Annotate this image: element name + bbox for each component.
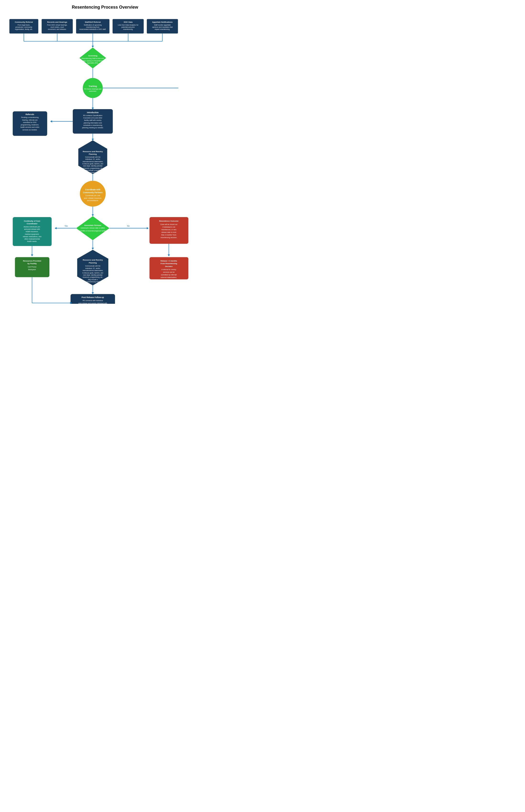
svg-text:Individual's release date is w: Individual's release date is within bbox=[81, 227, 105, 229]
svg-marker-149 bbox=[92, 292, 94, 294]
svg-marker-58 bbox=[50, 120, 52, 122]
svg-text:From Resentencing: From Resentencing bbox=[161, 262, 177, 265]
svg-text:Tracking: Tracking bbox=[89, 85, 97, 87]
svg-text:Coordinate pre- and: Coordinate pre- and bbox=[86, 194, 100, 197]
svg-text:by Facility: by Facility bbox=[27, 262, 37, 265]
svg-text:Planning: Planning bbox=[89, 153, 97, 155]
svg-text:hearing, referrals are: hearing, referrals are bbox=[22, 119, 38, 121]
svg-text:court orders, court: court orders, court bbox=[50, 26, 64, 28]
svg-text:A referral for reentry: A referral for reentry bbox=[161, 269, 176, 271]
svg-text:health insurance,: health insurance, bbox=[26, 231, 39, 232]
svg-text:post- release resources: post- release resources bbox=[84, 197, 102, 199]
svg-marker-101 bbox=[92, 248, 94, 250]
svg-text:internal/external stakeholders: internal/external stakeholders bbox=[82, 270, 103, 271]
svg-text:Pending a resentencing: Pending a resentencing bbox=[21, 117, 39, 118]
svg-text:if individual is not: if individual is not bbox=[163, 226, 175, 228]
svg-text:planning meeting as needed.: planning meeting as needed. bbox=[82, 127, 104, 129]
svg-marker-113 bbox=[31, 255, 33, 256]
svg-text:Resentence Outcome: Resentence Outcome bbox=[159, 220, 179, 222]
svg-text:facility staff with reentry: facility staff with reentry bbox=[84, 119, 102, 121]
svg-text:Resource and Reentry: Resource and Reentry bbox=[83, 150, 103, 153]
svg-text:Specialist (RS).: Specialist (RS). bbox=[87, 62, 99, 64]
svg-text:Resource and Reentry: Resource and Reentry bbox=[83, 259, 103, 261]
svg-text:DOC Data: DOC Data bbox=[124, 21, 133, 23]
svg-marker-98 bbox=[147, 227, 148, 229]
svg-text:Release > 3 months: Release > 3 months bbox=[161, 260, 177, 262]
svg-text:health needs.: health needs. bbox=[27, 241, 37, 242]
svg-text:services as needed.: services as needed. bbox=[22, 129, 37, 131]
svg-text:submitted by internal/: submitted by internal/ bbox=[161, 274, 177, 276]
page-title: Resentencing Process Overview bbox=[7, 5, 203, 10]
svg-text:Screening: Screening bbox=[88, 55, 97, 57]
svg-text:planning information and: planning information and bbox=[84, 122, 102, 124]
svg-text:than 3 months* from: than 3 months* from bbox=[161, 234, 176, 236]
svg-text:resources, programming, etc.: resources, programming, etc. bbox=[82, 168, 103, 169]
svg-text:Decision: Decision bbox=[165, 265, 172, 267]
svg-text:Backpack: Backpack bbox=[28, 269, 36, 271]
svg-text:resentencing from: resentencing from bbox=[86, 26, 100, 28]
svg-text:Cell Phone: Cell Phone bbox=[28, 266, 36, 268]
svg-text:3 months of resentencing/court: 3 months of resentencing/court action. bbox=[79, 230, 107, 232]
svg-text:RS contacts Classification: RS contacts Classification bbox=[83, 115, 102, 116]
svg-text:outcomes.: outcomes. bbox=[89, 90, 97, 92]
svg-text:resentenced, or new: resentenced, or new bbox=[161, 229, 177, 231]
svg-text:Appellate Notifications: Appellate Notifications bbox=[152, 21, 173, 23]
svg-text:programming, treatment,: programming, treatment, bbox=[21, 124, 39, 126]
svg-text:individual, CC, and/or: individual, CC, and/or bbox=[86, 158, 101, 160]
svg-marker-60 bbox=[92, 139, 94, 141]
svg-text:Resources Provided: Resources Provided bbox=[23, 260, 41, 262]
svg-text:next steps. Identify potential: next steps. Identify potential bbox=[83, 165, 102, 167]
svg-text:impact resentencing.: impact resentencing. bbox=[155, 28, 170, 30]
svg-marker-34 bbox=[92, 46, 94, 47]
svg-text:Post Release Follow-up: Post Release Follow-up bbox=[81, 296, 104, 299]
svg-text:to discuss goals, barriers, an: to discuss goals, barriers, and bbox=[82, 272, 103, 274]
svg-text:Community Referral: Community Referral bbox=[15, 21, 33, 23]
svg-text:release date is more: release date is more bbox=[161, 231, 176, 233]
svg-text:submitted for DOC: submitted for DOC bbox=[23, 121, 37, 123]
svg-text:Communicate with the: Communicate with the bbox=[85, 265, 101, 267]
svg-text:other medical/mental: other medical/mental bbox=[24, 238, 40, 240]
svg-text:Referrals: Referrals bbox=[26, 113, 34, 116]
svg-text:resources, programming, etc.: resources, programming, etc. bbox=[82, 276, 103, 278]
svg-text:Immediate Release: Immediate Release bbox=[84, 224, 102, 227]
svg-text:and post-release with: and post-release with bbox=[24, 228, 40, 230]
svg-text:Coordinate with: Coordinate with bbox=[85, 188, 100, 191]
svg-text:opinions and mandates that: opinions and mandates that bbox=[152, 26, 173, 28]
svg-text:and assistance.: and assistance. bbox=[87, 200, 99, 201]
svg-text:May include a: May include a bbox=[88, 279, 98, 280]
svg-text:pre-resentencing.: pre-resentencing. bbox=[86, 172, 99, 174]
svg-text:to discuss goals, barriers, an: to discuss goals, barriers, and bbox=[82, 163, 103, 165]
svg-text:assign case(s) to Resentencing: assign case(s) to Resentencing bbox=[81, 60, 104, 62]
svg-text:potential and prior: potential and prior bbox=[121, 26, 135, 28]
svg-text:post-release and assists indiv: post-release and assists individual with bbox=[78, 302, 107, 304]
svg-text:next steps. Identify potential: next steps. Identify potential bbox=[83, 274, 102, 276]
svg-marker-95 bbox=[55, 227, 56, 229]
svg-text:Records and Hearings: Records and Hearings bbox=[47, 21, 68, 23]
svg-text:Introduction: Introduction bbox=[87, 111, 99, 114]
svg-text:schedules a resentencing: schedules a resentencing bbox=[83, 125, 102, 126]
svg-text:individual, CC, and/or: individual, CC, and/or bbox=[86, 267, 101, 269]
svg-text:Community Partners: Community Partners bbox=[83, 191, 103, 194]
svg-marker-89 bbox=[92, 215, 94, 216]
svg-text:internal/external stakeholders: internal/external stakeholders bbox=[82, 161, 103, 162]
svg-text:No: No bbox=[127, 225, 130, 227]
svg-text:external stakeholders.: external stakeholders. bbox=[161, 277, 177, 278]
svg-text:Coordinator: Coordinator bbox=[27, 222, 38, 225]
svg-text:movement, and releases.: movement, and releases. bbox=[48, 28, 66, 30]
svg-text:post-resentencing meeting.: post-resentencing meeting. bbox=[83, 281, 102, 283]
svg-text:release medications, and: release medications, and bbox=[23, 236, 42, 237]
svg-text:organization, family, etc.: organization, family, etc. bbox=[15, 28, 33, 30]
svg-text:incarcerated individual or DOC: incarcerated individual or DOC staff. bbox=[79, 28, 106, 30]
svg-text:From legal team,: From legal team, bbox=[18, 24, 30, 26]
svg-text:prosecutor, community: prosecutor, community bbox=[16, 26, 32, 28]
svg-text:RS tracks hearings and: RS tracks hearings and bbox=[84, 88, 102, 90]
svg-text:RS connects with individual: RS connects with individual bbox=[82, 300, 103, 301]
svg-text:Counselor (CC) and other: Counselor (CC) and other bbox=[83, 117, 102, 119]
svg-text:From DOC virtual hearings,: From DOC virtual hearings, bbox=[47, 24, 67, 26]
svg-text:Staff/Self Referral: Staff/Self Referral bbox=[85, 21, 101, 23]
svg-text:medical equipment,: medical equipment, bbox=[25, 233, 39, 235]
svg-text:Resentencing Staff screen and: Resentencing Staff screen and bbox=[81, 58, 104, 59]
svg-text:Planning: Planning bbox=[89, 262, 97, 264]
svg-text:Notification of upcoming: Notification of upcoming bbox=[84, 24, 102, 26]
svg-marker-123 bbox=[168, 255, 170, 256]
